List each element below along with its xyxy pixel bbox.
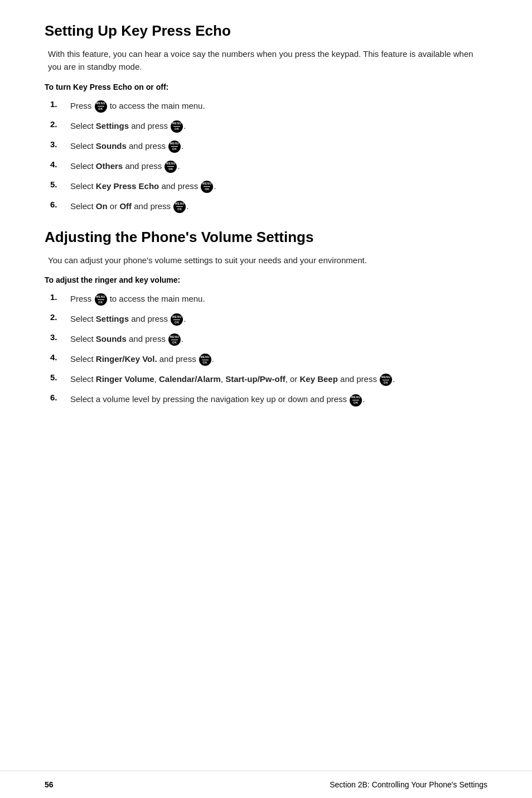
step-2-6: 6. Select a volume level by pressing the… bbox=[45, 393, 487, 406]
step-1-1: 1. Press MENUOK to access the main menu. bbox=[45, 99, 487, 113]
section2-intro: You can adjust your phone's volume setti… bbox=[45, 254, 487, 267]
menu-icon-2-1: MENUOK bbox=[95, 293, 107, 306]
menu-icon-1-6: MENUOK bbox=[173, 201, 186, 213]
section1-intro: With this feature, you can hear a voice … bbox=[45, 47, 487, 74]
menu-icon-1-3: MENUOK bbox=[168, 141, 181, 153]
step-2-3: 3. Select Sounds and press MENUOK. bbox=[45, 332, 487, 346]
section1-steps: 1. Press MENUOK to access the main menu.… bbox=[45, 99, 487, 213]
section2-subheading: To adjust the ringer and key volume: bbox=[45, 275, 487, 284]
menu-icon-2-6: MENUOK bbox=[350, 394, 362, 407]
menu-icon-2-5: MENUOK bbox=[380, 374, 392, 386]
step-1-3: 3. Select Sounds and press MENUOK. bbox=[45, 139, 487, 153]
menu-icon-1-2: MENUOK bbox=[171, 120, 183, 133]
step-2-5: 5. Select Ringer Volume, Calendar/Alarm,… bbox=[45, 373, 487, 386]
section2-steps: 1. Press MENUOK to access the main menu.… bbox=[45, 292, 487, 406]
step-2-4: 4. Select Ringer/Key Vol. and press MENU… bbox=[45, 352, 487, 366]
footer-section-label: Section 2B: Controlling Your Phone's Set… bbox=[330, 780, 487, 789]
section2-title: Adjusting the Phone's Volume Settings bbox=[45, 229, 487, 246]
step-1-2: 2. Select Settings and press MENUOK. bbox=[45, 119, 487, 133]
step-1-5: 5. Select Key Press Echo and press MENUO… bbox=[45, 180, 487, 193]
menu-icon-2-4: MENUOK bbox=[199, 354, 211, 366]
step-1-6: 6. Select On or Off and press MENUOK. bbox=[45, 200, 487, 213]
menu-icon-2-2: MENUOK bbox=[171, 313, 183, 326]
step-2-1: 1. Press MENUOK to access the main menu. bbox=[45, 292, 487, 306]
menu-icon-1-5: MENUOK bbox=[201, 181, 213, 193]
section1-title: Setting Up Key Press Echo bbox=[45, 22, 487, 40]
footer-page-number: 56 bbox=[45, 780, 54, 789]
step-1-4: 4. Select Others and press MENUOK. bbox=[45, 159, 487, 173]
menu-icon-1-4: MENUOK bbox=[165, 161, 177, 173]
menu-icon-1-1: MENUOK bbox=[95, 100, 107, 113]
footer: 56 Section 2B: Controlling Your Phone's … bbox=[0, 771, 532, 798]
section1-subheading: To turn Key Press Echo on or off: bbox=[45, 83, 487, 91]
menu-icon-2-3: MENUOK bbox=[168, 333, 181, 346]
step-2-2: 2. Select Settings and press MENUOK. bbox=[45, 312, 487, 326]
